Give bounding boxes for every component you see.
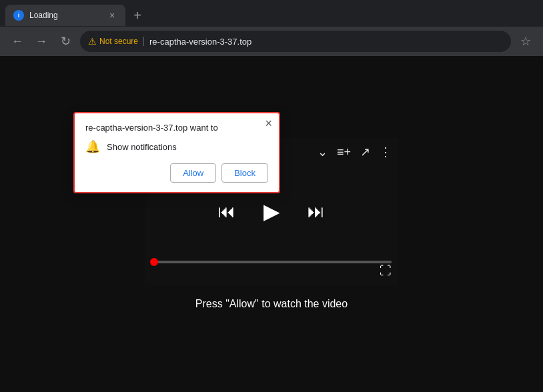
bookmark-button[interactable]: ☆ bbox=[516, 32, 535, 51]
popup-title: re-captha-version-3-37.top want to bbox=[85, 123, 268, 133]
page-content: ⌄ ≡+ ↗ ⋮ ⏮ ▶ ⏭ ⛶ bbox=[0, 56, 543, 392]
play-button[interactable]: ▶ bbox=[255, 195, 288, 227]
security-warning: ⚠ Not secure bbox=[88, 36, 138, 47]
page-instruction-text: Press "Allow" to watch the video bbox=[195, 298, 348, 310]
allow-button[interactable]: Allow bbox=[170, 163, 216, 183]
more-icon[interactable]: ⋮ bbox=[380, 145, 392, 159]
popup-notification-label: Show notifications bbox=[107, 142, 177, 152]
favicon-label: i bbox=[18, 12, 20, 19]
address-input-wrapper[interactable]: ⚠ Not secure re-captha-version-3-37.top bbox=[80, 31, 511, 52]
notification-popup: × re-captha-version-3-37.top want to 🔔 S… bbox=[73, 112, 280, 193]
progress-bar[interactable] bbox=[151, 261, 392, 263]
progress-dot bbox=[150, 258, 158, 266]
video-top-controls: ⌄ ≡+ ↗ ⋮ bbox=[318, 145, 392, 159]
popup-buttons: Allow Block bbox=[85, 163, 268, 183]
back-button[interactable]: ← bbox=[8, 32, 27, 51]
new-tab-button[interactable]: + bbox=[128, 6, 147, 25]
playlist-icon[interactable]: ≡+ bbox=[337, 145, 351, 159]
tab-close-button[interactable]: × bbox=[107, 10, 117, 21]
block-button[interactable]: Block bbox=[221, 163, 268, 183]
active-tab[interactable]: i Loading × bbox=[5, 5, 125, 26]
tab-favicon: i bbox=[13, 10, 24, 21]
next-button[interactable]: ⏭ bbox=[308, 201, 325, 222]
security-label: Not secure bbox=[99, 37, 138, 46]
popup-notification-row: 🔔 Show notifications bbox=[85, 139, 268, 154]
share-icon[interactable]: ↗ bbox=[360, 145, 370, 159]
fullscreen-button[interactable]: ⛶ bbox=[380, 264, 392, 278]
collapse-icon[interactable]: ⌄ bbox=[318, 145, 328, 159]
address-bar: ← → ↻ ⚠ Not secure re-captha-version-3-3… bbox=[0, 27, 543, 56]
warning-icon: ⚠ bbox=[88, 36, 97, 47]
tab-bar: i Loading × + bbox=[0, 0, 543, 27]
reload-button[interactable]: ↻ bbox=[56, 32, 75, 51]
prev-button[interactable]: ⏮ bbox=[218, 201, 235, 222]
address-divider bbox=[143, 37, 144, 46]
browser-chrome: i Loading × + ← → ↻ ⚠ Not secure re-c bbox=[0, 0, 543, 56]
url-display: re-captha-version-3-37.top bbox=[149, 37, 251, 47]
progress-fill bbox=[151, 261, 154, 263]
tab-title: Loading bbox=[29, 11, 101, 20]
bell-icon: 🔔 bbox=[85, 139, 100, 154]
forward-button[interactable]: → bbox=[32, 32, 51, 51]
playback-controls: ⏮ ▶ ⏭ bbox=[218, 195, 325, 227]
popup-close-button[interactable]: × bbox=[265, 117, 272, 129]
